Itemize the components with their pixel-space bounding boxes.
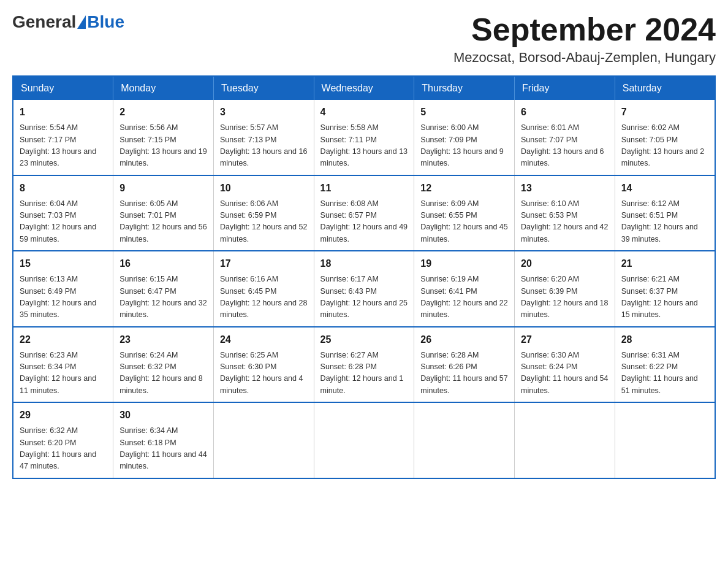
day-number: 22 xyxy=(20,332,107,347)
calendar-cell: 24Sunrise: 6:25 AMSunset: 6:30 PMDayligh… xyxy=(213,327,314,403)
day-info: Sunrise: 6:32 AMSunset: 6:20 PMDaylight:… xyxy=(20,425,107,473)
day-number: 15 xyxy=(20,256,107,271)
day-info: Sunrise: 6:01 AMSunset: 7:07 PMDaylight:… xyxy=(521,122,609,170)
day-number: 8 xyxy=(20,181,107,196)
calendar-cell: 16Sunrise: 6:15 AMSunset: 6:47 PMDayligh… xyxy=(113,251,214,327)
weekday-header-row: SundayMondayTuesdayWednesdayThursdayFrid… xyxy=(13,76,715,100)
day-number: 17 xyxy=(220,256,308,271)
day-number: 25 xyxy=(320,332,408,347)
calendar-cell: 14Sunrise: 6:12 AMSunset: 6:51 PMDayligh… xyxy=(615,175,715,251)
calendar-cell: 4Sunrise: 5:58 AMSunset: 7:11 PMDaylight… xyxy=(314,100,414,175)
day-number: 26 xyxy=(420,332,508,347)
calendar-cell: 20Sunrise: 6:20 AMSunset: 6:39 PMDayligh… xyxy=(515,251,615,327)
day-number: 30 xyxy=(119,408,207,423)
day-info: Sunrise: 6:23 AMSunset: 6:34 PMDaylight:… xyxy=(20,350,107,397)
day-number: 28 xyxy=(621,332,708,347)
day-number: 7 xyxy=(621,105,708,120)
calendar-cell xyxy=(314,402,414,478)
logo-triangle-icon xyxy=(77,15,86,29)
day-info: Sunrise: 5:58 AMSunset: 7:11 PMDaylight:… xyxy=(320,122,408,170)
calendar-cell: 17Sunrise: 6:16 AMSunset: 6:45 PMDayligh… xyxy=(213,251,314,327)
day-number: 13 xyxy=(521,181,609,196)
calendar-cell: 6Sunrise: 6:01 AMSunset: 7:07 PMDaylight… xyxy=(515,100,615,175)
day-info: Sunrise: 6:12 AMSunset: 6:51 PMDaylight:… xyxy=(621,198,708,246)
title-area: September 2024 Mezocsat, Borsod-Abauj-Ze… xyxy=(453,12,716,66)
calendar-cell xyxy=(213,402,314,478)
day-info: Sunrise: 6:00 AMSunset: 7:09 PMDaylight:… xyxy=(420,122,508,170)
day-info: Sunrise: 6:28 AMSunset: 6:26 PMDaylight:… xyxy=(420,350,508,397)
day-number: 5 xyxy=(420,105,508,120)
day-number: 2 xyxy=(119,105,207,120)
weekday-header-friday: Friday xyxy=(515,76,615,100)
day-number: 23 xyxy=(119,332,207,347)
day-info: Sunrise: 5:56 AMSunset: 7:15 PMDaylight:… xyxy=(119,122,207,170)
calendar-cell: 1Sunrise: 5:54 AMSunset: 7:17 PMDaylight… xyxy=(13,100,113,175)
day-number: 1 xyxy=(20,105,107,120)
calendar-cell: 3Sunrise: 5:57 AMSunset: 7:13 PMDaylight… xyxy=(213,100,314,175)
day-info: Sunrise: 6:15 AMSunset: 6:47 PMDaylight:… xyxy=(119,274,207,321)
location-title: Mezocsat, Borsod-Abauj-Zemplen, Hungary xyxy=(453,50,716,66)
calendar-week-3: 15Sunrise: 6:13 AMSunset: 6:49 PMDayligh… xyxy=(13,251,715,327)
calendar-cell: 7Sunrise: 6:02 AMSunset: 7:05 PMDaylight… xyxy=(615,100,715,175)
calendar-cell: 22Sunrise: 6:23 AMSunset: 6:34 PMDayligh… xyxy=(13,327,113,403)
day-info: Sunrise: 6:13 AMSunset: 6:49 PMDaylight:… xyxy=(20,274,107,321)
day-info: Sunrise: 6:05 AMSunset: 7:01 PMDaylight:… xyxy=(119,198,207,246)
day-info: Sunrise: 6:34 AMSunset: 6:18 PMDaylight:… xyxy=(119,425,207,473)
day-number: 10 xyxy=(220,181,308,196)
calendar-cell: 13Sunrise: 6:10 AMSunset: 6:53 PMDayligh… xyxy=(515,175,615,251)
page-header: General Blue September 2024 Mezocsat, Bo… xyxy=(12,12,716,66)
calendar-cell: 5Sunrise: 6:00 AMSunset: 7:09 PMDaylight… xyxy=(414,100,515,175)
day-info: Sunrise: 6:19 AMSunset: 6:41 PMDaylight:… xyxy=(420,274,508,321)
day-info: Sunrise: 6:27 AMSunset: 6:28 PMDaylight:… xyxy=(320,350,408,397)
calendar-cell: 9Sunrise: 6:05 AMSunset: 7:01 PMDaylight… xyxy=(113,175,214,251)
weekday-header-thursday: Thursday xyxy=(414,76,515,100)
day-number: 24 xyxy=(220,332,308,347)
logo: General Blue xyxy=(12,12,124,32)
day-number: 19 xyxy=(420,256,508,271)
day-number: 27 xyxy=(521,332,609,347)
day-number: 29 xyxy=(20,408,107,423)
calendar-cell: 29Sunrise: 6:32 AMSunset: 6:20 PMDayligh… xyxy=(13,402,113,478)
day-info: Sunrise: 6:17 AMSunset: 6:43 PMDaylight:… xyxy=(320,274,408,321)
day-number: 16 xyxy=(119,256,207,271)
day-info: Sunrise: 6:25 AMSunset: 6:30 PMDaylight:… xyxy=(220,350,308,397)
logo-text: General Blue xyxy=(12,12,124,32)
weekday-header-monday: Monday xyxy=(113,76,214,100)
day-info: Sunrise: 6:16 AMSunset: 6:45 PMDaylight:… xyxy=(220,274,308,321)
logo-blue: Blue xyxy=(87,12,124,32)
logo-general: General xyxy=(12,12,76,32)
calendar-cell: 19Sunrise: 6:19 AMSunset: 6:41 PMDayligh… xyxy=(414,251,515,327)
weekday-header-saturday: Saturday xyxy=(615,76,715,100)
calendar-cell xyxy=(515,402,615,478)
calendar-cell xyxy=(414,402,515,478)
calendar-cell: 26Sunrise: 6:28 AMSunset: 6:26 PMDayligh… xyxy=(414,327,515,403)
day-number: 12 xyxy=(420,181,508,196)
calendar-cell: 2Sunrise: 5:56 AMSunset: 7:15 PMDaylight… xyxy=(113,100,214,175)
day-number: 9 xyxy=(119,181,207,196)
calendar-cell: 15Sunrise: 6:13 AMSunset: 6:49 PMDayligh… xyxy=(13,251,113,327)
calendar-cell: 10Sunrise: 6:06 AMSunset: 6:59 PMDayligh… xyxy=(213,175,314,251)
calendar-cell: 21Sunrise: 6:21 AMSunset: 6:37 PMDayligh… xyxy=(615,251,715,327)
weekday-header-tuesday: Tuesday xyxy=(213,76,314,100)
day-number: 14 xyxy=(621,181,708,196)
calendar-cell: 25Sunrise: 6:27 AMSunset: 6:28 PMDayligh… xyxy=(314,327,414,403)
day-info: Sunrise: 5:54 AMSunset: 7:17 PMDaylight:… xyxy=(20,122,107,170)
calendar-cell: 18Sunrise: 6:17 AMSunset: 6:43 PMDayligh… xyxy=(314,251,414,327)
day-info: Sunrise: 6:08 AMSunset: 6:57 PMDaylight:… xyxy=(320,198,408,246)
weekday-header-sunday: Sunday xyxy=(13,76,113,100)
day-info: Sunrise: 6:31 AMSunset: 6:22 PMDaylight:… xyxy=(621,350,708,397)
calendar-table: SundayMondayTuesdayWednesdayThursdayFrid… xyxy=(12,75,716,479)
calendar-week-1: 1Sunrise: 5:54 AMSunset: 7:17 PMDaylight… xyxy=(13,100,715,175)
calendar-week-4: 22Sunrise: 6:23 AMSunset: 6:34 PMDayligh… xyxy=(13,327,715,403)
calendar-cell: 23Sunrise: 6:24 AMSunset: 6:32 PMDayligh… xyxy=(113,327,214,403)
day-info: Sunrise: 5:57 AMSunset: 7:13 PMDaylight:… xyxy=(220,122,308,170)
day-number: 18 xyxy=(320,256,408,271)
day-number: 11 xyxy=(320,181,408,196)
calendar-cell: 28Sunrise: 6:31 AMSunset: 6:22 PMDayligh… xyxy=(615,327,715,403)
day-info: Sunrise: 6:04 AMSunset: 7:03 PMDaylight:… xyxy=(20,198,107,246)
month-title: September 2024 xyxy=(453,12,716,47)
calendar-week-5: 29Sunrise: 6:32 AMSunset: 6:20 PMDayligh… xyxy=(13,402,715,478)
day-info: Sunrise: 6:06 AMSunset: 6:59 PMDaylight:… xyxy=(220,198,308,246)
day-info: Sunrise: 6:30 AMSunset: 6:24 PMDaylight:… xyxy=(521,350,609,397)
calendar-cell xyxy=(615,402,715,478)
